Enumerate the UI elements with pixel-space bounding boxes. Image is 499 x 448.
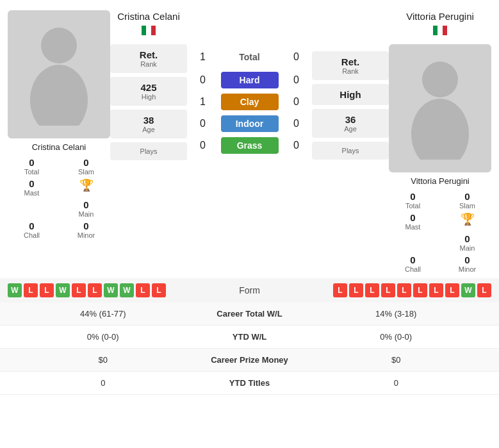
player1-main-pair: 0 Main [62, 199, 110, 218]
player1-plays-box: Plays [110, 142, 187, 160]
total-label: Total [221, 49, 279, 65]
total-row: 1 Total 0 [192, 49, 307, 65]
player1-slam-label: Slam [78, 168, 94, 176]
player1-mast-label: Mast [24, 189, 40, 197]
player2-age-box: 36 Age [312, 109, 389, 138]
player2-name-top: Vittoria Perugini [406, 10, 474, 23]
player1-name: Cristina Celani [32, 142, 86, 152]
form-badge: L [24, 283, 38, 297]
ytd-wl-label: YTD W/L [199, 332, 301, 342]
player1-titles: 0 [8, 378, 199, 388]
player1-prize: $0 [8, 355, 199, 365]
player1-mast-value: 0 [29, 178, 34, 189]
player1-age-box: 38 Age [110, 110, 187, 138]
total-p1-score: 1 [195, 51, 211, 63]
player2-chall-label: Chall [405, 265, 421, 273]
form-badge: L [445, 283, 459, 297]
player1-middle-stats: Cristina Celani Ret. Rank 425 High 38 Ag… [110, 10, 187, 273]
player1-chall-label: Chall [24, 231, 40, 239]
player2-ytd-wl: 0% (0-0) [301, 332, 492, 342]
svg-point-1 [30, 65, 88, 126]
form-section: WLLWLLWWLL Form LLLLLLLLWL [0, 278, 499, 303]
stats-table: 44% (61-77) Career Total W/L 14% (3-18) … [0, 303, 499, 395]
form-badge: L [40, 283, 54, 297]
player1-name-top-text: Cristina Celani [117, 11, 180, 22]
form-label: Form [211, 285, 288, 295]
grass-label: Grass [221, 137, 279, 154]
player1-high-value: 425 [120, 82, 177, 93]
player1-main-label: Main [79, 210, 94, 218]
player2-slam-value: 0 [464, 191, 470, 202]
player2-mast-value: 0 [410, 212, 415, 223]
player1-name-top: Cristina Celani [117, 10, 180, 23]
player1-avatar [8, 10, 110, 138]
player2-rank-value: Ret. [322, 56, 379, 67]
player1-ytd-wl: 0% (0-0) [8, 332, 199, 342]
main-container: Cristina Celani 0 Total 0 Slam 0 Mast 🏆 [0, 0, 499, 395]
player1-slam-pair: 0 Slam [62, 157, 110, 176]
player2-rank-label: Rank [322, 67, 379, 75]
player2-trophy: 🏆 [443, 212, 491, 231]
player2-mast-pair: 0 Mast [389, 212, 437, 231]
player1-rank-box: Ret. Rank [110, 44, 187, 73]
player1-main-value: 0 [83, 199, 88, 210]
form-badge: L [429, 283, 443, 297]
player2-middle-stats: Ret. Rank High 36 Age Plays [312, 10, 389, 273]
player2-card: Vittoria Perugini Vittoria Perugini 0 To… [389, 10, 491, 273]
player2-chall-pair: 0 Chall [389, 254, 437, 273]
form-badge: L [152, 283, 166, 297]
player1-total-pair: 0 Total [8, 157, 56, 176]
player2-avatar [389, 44, 491, 172]
player2-trophy-icon: 🏆 [461, 212, 475, 226]
player2-plays-label: Plays [322, 147, 379, 154]
clay-p2-score: 0 [289, 96, 304, 108]
indoor-label: Indoor [221, 115, 279, 132]
hard-row: 0 Hard 0 [192, 72, 307, 88]
form-badge: L [333, 283, 347, 297]
grass-row: 0 Grass 0 [192, 137, 307, 154]
player2-plays-box: Plays [312, 142, 389, 160]
player2-rank-box: Ret. Rank [312, 51, 389, 80]
player1-high-box: 425 High [110, 77, 187, 106]
player2-main-label: Main [460, 244, 475, 252]
form-badge: L [413, 283, 427, 297]
player2-high-box: High [312, 84, 389, 105]
form-badge: L [365, 283, 379, 297]
clay-label: Clay [221, 94, 279, 110]
player1-age-label: Age [120, 126, 177, 133]
form-badge: L [397, 283, 411, 297]
player2-prize: $0 [301, 355, 492, 365]
player2-minor-label: Minor [459, 265, 477, 273]
hard-label: Hard [221, 72, 279, 88]
player1-high-label: High [120, 93, 177, 101]
player1-card: Cristina Celani 0 Total 0 Slam 0 Mast 🏆 [8, 10, 110, 273]
clay-row: 1 Clay 0 [192, 94, 307, 110]
form-badge: W [56, 283, 70, 297]
player1-chall-pair: 0 Chall [8, 220, 56, 239]
indoor-p2-score: 0 [289, 118, 304, 129]
player1-plays-label: Plays [120, 147, 177, 155]
svg-point-0 [41, 28, 77, 63]
form-badge: L [88, 283, 102, 297]
player2-mast-label: Mast [405, 223, 421, 231]
form-badge: L [72, 283, 86, 297]
player2-career-wl: 14% (3-18) [301, 309, 492, 319]
player1-rank-label: Rank [120, 60, 177, 68]
top-section: Cristina Celani 0 Total 0 Slam 0 Mast 🏆 [0, 0, 499, 278]
indoor-row: 0 Indoor 0 [192, 115, 307, 132]
player2-main-value: 0 [464, 233, 470, 244]
svg-point-2 [422, 62, 458, 97]
player2-stats: 0 Total 0 Slam 0 Mast 🏆 0 Main [389, 191, 491, 273]
player2-slam-pair: 0 Slam [443, 191, 491, 210]
player2-name-flag: Vittoria Perugini [406, 10, 474, 40]
player1-mast-pair: 0 Mast [8, 178, 56, 197]
player2-titles: 0 [301, 378, 492, 388]
hard-p2-score: 0 [289, 74, 304, 86]
player2-main-pair: 0 Main [443, 233, 491, 252]
grass-p2-score: 0 [289, 140, 304, 151]
player2-age-label: Age [322, 125, 379, 133]
clay-p1-score: 1 [195, 96, 211, 108]
player2-total-value: 0 [410, 191, 415, 202]
total-p2-score: 0 [289, 51, 304, 63]
form-badge: L [477, 283, 491, 297]
